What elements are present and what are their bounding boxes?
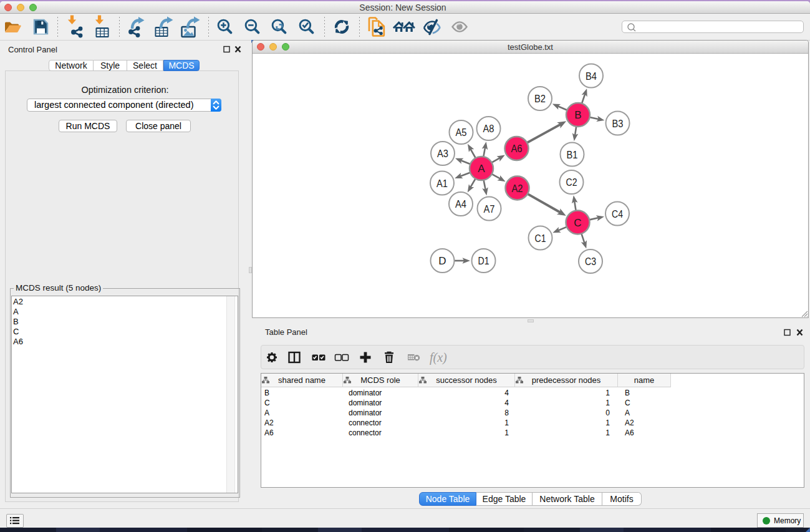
svg-text:B4: B4 bbox=[586, 70, 597, 82]
svg-text:C3: C3 bbox=[585, 256, 596, 268]
svg-text:A2: A2 bbox=[512, 183, 523, 195]
svg-text:A7: A7 bbox=[484, 203, 495, 215]
svg-text:C4: C4 bbox=[612, 208, 623, 220]
svg-text:D1: D1 bbox=[478, 255, 489, 267]
svg-text:C1: C1 bbox=[535, 233, 546, 244]
svg-text:A8: A8 bbox=[483, 123, 494, 135]
svg-text:B: B bbox=[574, 109, 581, 121]
svg-text:A3: A3 bbox=[437, 148, 448, 160]
svg-text:B3: B3 bbox=[612, 118, 624, 130]
svg-text:A: A bbox=[478, 163, 485, 175]
svg-text:A1: A1 bbox=[436, 178, 448, 190]
svg-text:A4: A4 bbox=[455, 198, 466, 210]
svg-text:C: C bbox=[574, 217, 581, 229]
svg-text:C2: C2 bbox=[566, 177, 577, 188]
svg-text:f(x): f(x) bbox=[430, 351, 447, 365]
svg-text:D: D bbox=[438, 255, 446, 267]
svg-text:A6: A6 bbox=[511, 143, 523, 155]
svg-text:B1: B1 bbox=[567, 149, 578, 161]
svg-text:B2: B2 bbox=[534, 93, 546, 105]
svg-text:A5: A5 bbox=[456, 127, 467, 138]
